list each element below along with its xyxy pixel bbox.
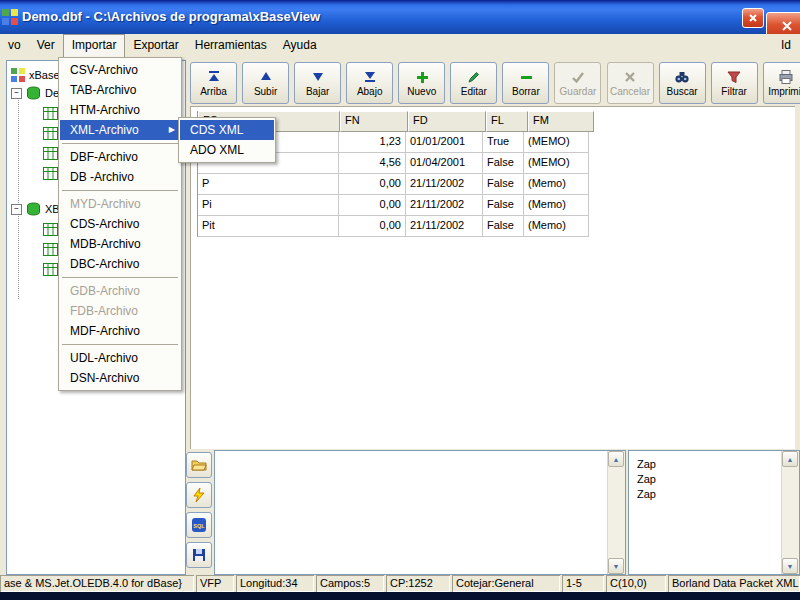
cell[interactable]: 4,56 [339,153,406,174]
tree-node-label: De [45,87,59,99]
menu-ayuda[interactable]: Ayuda [275,34,325,57]
column-header-fm[interactable]: FM [528,111,594,132]
tree-node-xbase[interactable]: − XB [11,201,60,217]
execute-button[interactable] [186,482,212,508]
first-record-button[interactable]: Arriba [190,62,237,104]
collapse-icon[interactable]: − [11,204,22,215]
menu-importar[interactable]: Importar [63,34,126,57]
cell[interactable]: 0,00 [339,195,406,216]
check-icon [570,69,586,85]
status-driver: ase & MS.Jet.OLEDB.4.0 for dBase} [0,575,194,592]
cell[interactable]: 1,23 [339,132,406,153]
menu-item-tab-archivo[interactable]: TAB-Archivo [60,80,180,100]
menu-item-udl-archivo[interactable]: UDL-Archivo [60,348,180,368]
cell[interactable]: False [483,174,524,195]
tree-table-item[interactable] [43,261,58,277]
menu-herramientas[interactable]: Herramientas [187,34,275,57]
menu-item-cds-archivo[interactable]: CDS-Archivo [60,214,180,234]
menu-ver[interactable]: Ver [29,34,63,57]
menu-item-cds-xml[interactable]: CDS XML [180,120,274,140]
delete-record-button[interactable]: Borrar [502,62,549,104]
edit-record-button[interactable]: Editar [450,62,497,104]
search-button[interactable]: Buscar [659,62,706,104]
scroll-up-icon[interactable]: ▲ [782,451,798,467]
tree-table-item[interactable] [43,165,58,181]
menu-item-ado-xml[interactable]: ADO XML [180,140,274,160]
memo-editor[interactable]: ▲ ▼ [214,450,626,575]
menu-item-mdb-archivo[interactable]: MDB-Archivo [60,234,180,254]
tree-node-demo[interactable]: − De [11,85,59,101]
cell[interactable]: 21/11/2002 [406,174,483,195]
scroll-down-icon[interactable]: ▼ [782,558,798,574]
tree-table-item[interactable] [43,241,58,257]
open-file-button[interactable] [186,452,212,478]
cell[interactable]: 21/11/2002 [406,216,483,237]
save-button[interactable] [186,542,212,568]
cell[interactable]: Pit [198,216,339,237]
scroll-down-icon[interactable]: ▼ [608,558,624,574]
cell[interactable]: False [483,216,524,237]
menu-item-xml-archivo[interactable]: XML-Archivo ▶ [60,120,180,140]
sql-button[interactable]: SQL [186,512,212,538]
log-panel[interactable]: Zap Zap Zap ▲ ▼ [628,450,800,575]
menu-item-mdf-archivo[interactable]: MDF-Archivo [60,321,180,341]
scroll-up-icon[interactable]: ▲ [608,451,624,467]
tree-table-item[interactable] [43,145,58,161]
cell[interactable]: (MEMO) [524,153,589,174]
tree-connector [18,93,19,203]
main-toolbar: Arriba Subir Bajar Abajo Nuevo Editar Bo… [190,62,800,106]
log-scrollbar[interactable]: ▲ ▼ [781,451,799,574]
table-row[interactable]: Pit 0,00 21/11/2002 False (Memo) [198,216,594,237]
tree-table-item[interactable] [43,125,58,141]
cell[interactable]: 0,00 [339,216,406,237]
save-record-button: Guardar [554,62,601,104]
new-record-button[interactable]: Nuevo [398,62,445,104]
menu-item-csv-archivo[interactable]: CSV-Archivo [60,60,180,80]
cell[interactable]: 01/01/2001 [406,132,483,153]
column-header-fd[interactable]: FD [408,111,486,132]
importar-menu: CSV-Archivo TAB-Archivo HTM-Archivo XML-… [58,57,182,391]
cell[interactable]: 21/11/2002 [406,195,483,216]
cell[interactable]: Pi [198,195,339,216]
column-header-fn[interactable]: FN [340,111,408,132]
cell[interactable]: (Memo) [524,216,589,237]
menu-exportar[interactable]: Exportar [125,34,186,57]
memo-scrollbar[interactable]: ▲ ▼ [607,451,625,574]
menu-item-db-archivo[interactable]: DB -Archivo [60,167,180,187]
cell[interactable]: (Memo) [524,174,589,195]
table-row[interactable]: Pi 0,00 21/11/2002 False (Memo) [198,195,594,216]
cell[interactable]: False [483,195,524,216]
column-header-fl[interactable]: FL [486,111,528,132]
cell[interactable]: 01/04/2001 [406,153,483,174]
submenu-arrow-icon: ▶ [169,120,175,140]
cell[interactable]: True [483,132,524,153]
table-icon [43,263,58,276]
collapse-icon[interactable]: − [11,88,22,99]
menu-item-dbf-archivo[interactable]: DBF-Archivo [60,147,180,167]
last-record-button[interactable]: Abajo [346,62,393,104]
status-field-count: Campos:5 [316,575,384,592]
database-icon [26,86,41,101]
next-record-button[interactable]: Bajar [294,62,341,104]
filter-button[interactable]: Filtrar [711,62,758,104]
tree-table-item[interactable] [43,221,58,237]
cell[interactable]: (Memo) [524,195,589,216]
cell[interactable]: 0,00 [339,174,406,195]
menu-item-myd-archivo: MYD-Archivo [60,194,180,214]
cell[interactable]: (MEMO) [524,132,589,153]
cell[interactable]: P [198,174,339,195]
background-window-menu-fragment: Id [781,34,791,56]
menu-item-dbc-archivo[interactable]: DBC-Archivo [60,254,180,274]
prior-record-button[interactable]: Subir [242,62,289,104]
tree-table-item[interactable] [43,105,58,121]
close-button[interactable] [742,8,764,28]
table-row[interactable]: P 0,00 21/11/2002 False (Memo) [198,174,594,195]
print-button[interactable]: Imprimir [763,62,800,104]
funnel-icon [726,69,742,85]
menu-item-htm-archivo[interactable]: HTM-Archivo [60,100,180,120]
menu-archivo[interactable]: vo [0,34,29,57]
tree-connector [18,209,19,299]
cell[interactable]: False [483,153,524,174]
desktop-edge [0,592,800,600]
menu-item-dsn-archivo[interactable]: DSN-Archivo [60,368,180,388]
